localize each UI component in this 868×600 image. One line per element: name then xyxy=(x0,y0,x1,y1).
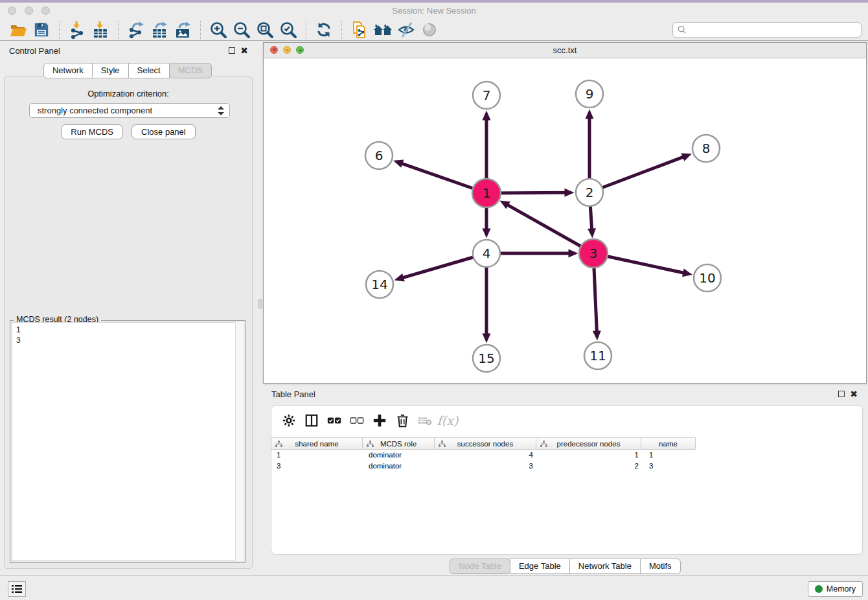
tab-network-table[interactable]: Network Table xyxy=(569,559,641,574)
function-builder-button[interactable]: f(x) xyxy=(438,411,457,430)
table-row[interactable]: 3dominator323 xyxy=(271,461,699,472)
column-header-predecessor-nodes[interactable]: predecessor nodes xyxy=(536,437,641,450)
tab-network[interactable]: Network xyxy=(43,63,93,78)
node-label-11: 11 xyxy=(589,348,606,363)
arrowhead-icon xyxy=(483,334,491,343)
close-window-button[interactable] xyxy=(8,6,16,15)
memory-label: Memory xyxy=(827,584,856,594)
table-cell[interactable]: dominator xyxy=(363,461,436,472)
deselect-all-button[interactable] xyxy=(347,411,367,430)
home-button[interactable] xyxy=(371,20,394,40)
mcds-result-scrollbar[interactable] xyxy=(235,322,244,561)
hide-panel-button[interactable] xyxy=(394,20,418,40)
table-cell[interactable]: 2 xyxy=(538,461,644,472)
zoom-in-button[interactable] xyxy=(207,20,230,40)
memory-status-icon xyxy=(815,585,823,593)
trash-icon xyxy=(396,414,409,428)
columns-icon xyxy=(304,413,319,428)
import-table-button[interactable] xyxy=(89,20,112,40)
zoom-selected-button[interactable] xyxy=(277,20,300,40)
toolbar-separator xyxy=(200,21,201,39)
arrowhead-icon xyxy=(393,160,404,168)
edge-2-8[interactable] xyxy=(589,156,685,192)
export-network-button[interactable] xyxy=(124,20,148,40)
arrowhead-icon xyxy=(569,249,578,258)
close-panel-icon[interactable]: ✖ xyxy=(850,389,858,398)
network-graph[interactable]: 1234678910111415 xyxy=(264,58,866,383)
arrowhead-icon xyxy=(483,111,491,121)
search-box[interactable] xyxy=(672,22,862,38)
select-all-button[interactable] xyxy=(325,411,344,430)
clone-network-button[interactable] xyxy=(348,20,371,40)
zoom-fit-button[interactable] xyxy=(253,20,277,40)
column-header-MCDS-role[interactable]: MCDS role xyxy=(362,437,435,450)
add-row-button[interactable] xyxy=(370,411,389,430)
table-cell[interactable]: 3 xyxy=(644,461,699,472)
maximize-window-button[interactable] xyxy=(41,6,50,15)
minimize-window-button[interactable] xyxy=(25,6,33,15)
node-label-3: 3 xyxy=(589,246,598,261)
node-table: shared nameMCDS rolesuccessor nodesprede… xyxy=(271,437,699,472)
visibility-button[interactable] xyxy=(418,20,441,40)
table-header-row[interactable]: shared nameMCDS rolesuccessor nodesprede… xyxy=(271,437,699,450)
float-panel-icon[interactable] xyxy=(229,47,235,54)
tab-motifs[interactable]: Motifs xyxy=(640,559,681,574)
float-panel-icon[interactable] xyxy=(838,391,845,397)
table-row[interactable]: 1dominator411 xyxy=(271,450,699,461)
zoom-selected-icon xyxy=(279,21,297,39)
network-window-title: scc.txt xyxy=(264,45,866,55)
memory-button[interactable]: Memory xyxy=(808,581,863,597)
export-table-icon xyxy=(150,21,168,39)
tab-style[interactable]: Style xyxy=(92,63,129,78)
table-cell[interactable]: 4 xyxy=(436,450,538,461)
zoom-out-icon xyxy=(233,21,251,39)
zoom-out-button[interactable] xyxy=(230,20,253,40)
refresh-button[interactable] xyxy=(312,20,336,40)
delete-table-button[interactable] xyxy=(415,411,435,430)
mcds-panel: Optimization criterion: strongly connect… xyxy=(4,76,253,569)
mcds-result-text[interactable]: 1 3 xyxy=(12,322,244,561)
column-header-name[interactable]: name xyxy=(641,437,696,450)
node-table-view: f(x) shared nameMCDS rolesuccessor nodes… xyxy=(271,405,863,555)
panel-divider-grip[interactable] xyxy=(258,299,262,308)
arrowhead-icon xyxy=(682,269,692,277)
table-cell[interactable]: 1 xyxy=(644,450,699,461)
task-history-button[interactable] xyxy=(8,581,26,597)
arrowhead-icon xyxy=(588,228,596,238)
column-header-shared-name[interactable]: shared name xyxy=(271,437,363,450)
network-canvas[interactable]: 1234678910111415 xyxy=(264,58,866,383)
delete-table-icon xyxy=(417,413,433,428)
import-network-button[interactable] xyxy=(65,20,89,40)
tab-select[interactable]: Select xyxy=(128,63,170,78)
arrowhead-icon xyxy=(564,189,574,197)
open-session-button[interactable] xyxy=(6,20,30,40)
table-settings-button[interactable] xyxy=(279,411,299,430)
delete-row-button[interactable] xyxy=(393,411,412,430)
search-input[interactable] xyxy=(687,25,857,34)
tab-mcds[interactable]: MCDS xyxy=(169,63,212,78)
table-cell[interactable]: 1 xyxy=(538,450,644,461)
open-folder-icon xyxy=(9,21,27,39)
search-icon xyxy=(677,25,687,34)
run-mcds-button[interactable]: Run MCDS xyxy=(61,124,123,139)
tab-edge-table[interactable]: Edge Table xyxy=(510,559,570,574)
column-header-successor-nodes[interactable]: successor nodes xyxy=(434,437,536,450)
show-columns-button[interactable] xyxy=(302,411,321,430)
criterion-select[interactable]: strongly connected component xyxy=(29,103,230,118)
network-view-window: ✕ − ＋ scc.txt 1234678910111415 xyxy=(263,42,867,384)
close-panel-button[interactable]: Close panel xyxy=(131,124,196,139)
main-toolbar xyxy=(0,19,868,41)
export-image-button[interactable] xyxy=(171,20,194,40)
network-window-titlebar[interactable]: ✕ − ＋ scc.txt xyxy=(264,43,866,58)
table-cell[interactable]: 3 xyxy=(271,461,363,472)
close-panel-icon[interactable]: ✖ xyxy=(240,46,248,55)
table-panel-title: Table Panel xyxy=(271,389,315,399)
save-session-button[interactable] xyxy=(30,20,53,40)
table-cell[interactable]: dominator xyxy=(363,450,436,461)
table-cell[interactable]: 1 xyxy=(271,450,363,461)
tab-node-table[interactable]: Node Table xyxy=(450,559,510,574)
export-table-button[interactable] xyxy=(148,20,171,40)
zoom-in-icon xyxy=(209,21,227,39)
table-cell[interactable]: 3 xyxy=(436,461,538,472)
node-label-8: 8 xyxy=(702,141,711,156)
